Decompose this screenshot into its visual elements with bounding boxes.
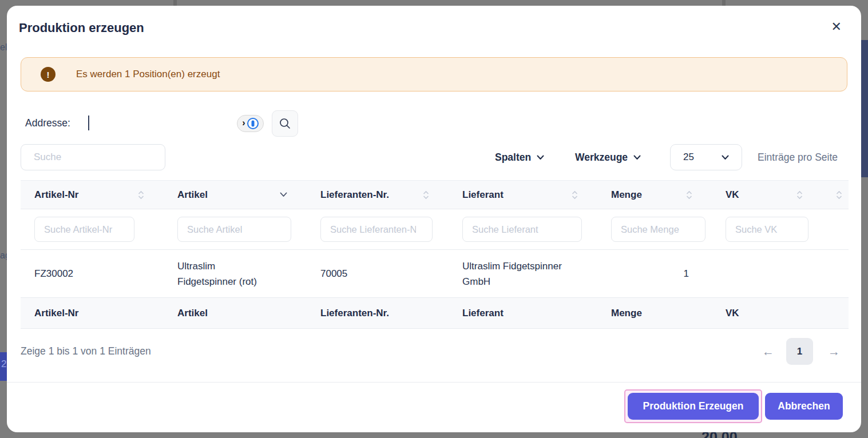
cell-artikel-nr: FZ30002 bbox=[21, 258, 164, 289]
cell-vk bbox=[712, 266, 822, 282]
footer-header-artikel-nr: Artikel-Nr bbox=[21, 308, 164, 319]
sort-desc-icon[interactable] bbox=[280, 192, 287, 197]
agent-highlight-box: Produktion Erzeugen bbox=[624, 389, 762, 423]
filter-lieferanten-nr-input[interactable] bbox=[320, 217, 433, 242]
filter-vk-input[interactable] bbox=[726, 217, 808, 242]
column-header-menge[interactable]: Menge bbox=[597, 189, 712, 201]
table-header-row: Artikel-Nr Artikel Lieferanten-Nr. Liefe… bbox=[21, 180, 849, 209]
sort-icon[interactable] bbox=[796, 190, 803, 200]
onepassword-icon bbox=[247, 118, 259, 129]
tools-dropdown[interactable]: Werkzeuge bbox=[575, 144, 641, 170]
background-table-divider bbox=[722, 0, 726, 6]
produktion-erzeugen-button[interactable]: Produktion Erzeugen bbox=[628, 393, 759, 420]
footer-header-vk: VK bbox=[712, 308, 822, 319]
chevron-right-icon: › bbox=[242, 118, 245, 128]
column-header-lieferant[interactable]: Lieferant bbox=[449, 189, 597, 201]
pagination-next-icon[interactable]: → bbox=[828, 338, 840, 365]
cell-lieferant: Ultraslim Fidgetspinner GmbH bbox=[449, 250, 597, 297]
sort-icon[interactable] bbox=[138, 190, 144, 200]
text-caret bbox=[88, 116, 89, 130]
sort-icon[interactable] bbox=[686, 190, 692, 200]
pagination-page-1-button[interactable]: 1 bbox=[786, 338, 813, 365]
filter-artikel-input[interactable] bbox=[177, 217, 291, 242]
magnifier-icon bbox=[279, 117, 291, 130]
filter-lieferant-input[interactable] bbox=[462, 217, 582, 242]
background-text-fragment: el bbox=[0, 42, 7, 53]
page-size-select[interactable]: 25 bbox=[670, 144, 742, 170]
chevron-down-icon bbox=[722, 155, 729, 160]
abbrechen-button[interactable]: Abbrechen bbox=[765, 393, 843, 420]
footer-header-artikel: Artikel bbox=[164, 308, 307, 319]
background-table-divider bbox=[173, 0, 177, 6]
info-banner: ! Es werden 1 Position(en) erzeugt bbox=[21, 57, 847, 91]
dialog-title: Produktion erzeugen bbox=[19, 21, 144, 35]
footer-divider bbox=[7, 382, 861, 383]
address-label: Addresse: bbox=[25, 117, 70, 129]
page-size-label: Einträge pro Seite bbox=[758, 144, 838, 170]
sort-icon[interactable] bbox=[836, 190, 842, 200]
column-header-vk[interactable]: VK bbox=[712, 189, 822, 201]
cell-lieferanten-nr: 70005 bbox=[307, 258, 449, 289]
entries-summary: Zeige 1 bis 1 von 1 Einträgen bbox=[21, 345, 151, 357]
footer-header-lieferant: Lieferant bbox=[449, 308, 597, 319]
cell-menge: 1 bbox=[597, 258, 712, 289]
footer-header-lieferanten-nr: Lieferanten-Nr. bbox=[307, 308, 449, 319]
columns-dropdown[interactable]: Spalten bbox=[495, 144, 544, 170]
background-text-fragment: 2 bbox=[1, 359, 6, 370]
filter-menge-input[interactable] bbox=[611, 217, 706, 242]
table-row[interactable]: FZ30002 Ultraslim Fidgetspinner (rot) 70… bbox=[21, 250, 849, 298]
table-search-input[interactable] bbox=[21, 144, 165, 170]
positions-table: Artikel-Nr Artikel Lieferanten-Nr. Liefe… bbox=[21, 180, 849, 329]
close-icon[interactable]: ✕ bbox=[831, 21, 842, 33]
column-header-artikel-nr[interactable]: Artikel-Nr bbox=[21, 189, 164, 201]
filter-artikel-nr-input[interactable] bbox=[34, 217, 134, 242]
table-filter-row bbox=[21, 209, 849, 250]
pagination-prev-icon[interactable]: ← bbox=[762, 338, 774, 365]
table-footer-header-row: Artikel-Nr Artikel Lieferanten-Nr. Liefe… bbox=[21, 298, 849, 329]
password-manager-autofill-icon[interactable]: › bbox=[237, 115, 264, 132]
info-banner-message: Es werden 1 Position(en) erzeugt bbox=[76, 69, 220, 80]
column-header-lieferanten-nr[interactable]: Lieferanten-Nr. bbox=[307, 189, 449, 201]
footer-header-menge: Menge bbox=[597, 308, 712, 319]
address-input[interactable] bbox=[86, 114, 229, 132]
column-header-artikel[interactable]: Artikel bbox=[164, 189, 307, 201]
chevron-down-icon bbox=[537, 155, 544, 160]
background-page-fragment bbox=[861, 40, 868, 177]
cell-artikel: Ultraslim Fidgetspinner (rot) bbox=[164, 250, 307, 297]
produktion-erzeugen-dialog: Produktion erzeugen ✕ ! Es werden 1 Posi… bbox=[7, 6, 861, 432]
sort-icon[interactable] bbox=[572, 190, 578, 200]
sort-icon[interactable] bbox=[423, 190, 429, 200]
column-header-extra[interactable] bbox=[822, 190, 849, 200]
chevron-down-icon bbox=[633, 155, 641, 160]
address-search-button[interactable] bbox=[272, 110, 298, 137]
exclamation-circle-icon: ! bbox=[41, 67, 56, 82]
